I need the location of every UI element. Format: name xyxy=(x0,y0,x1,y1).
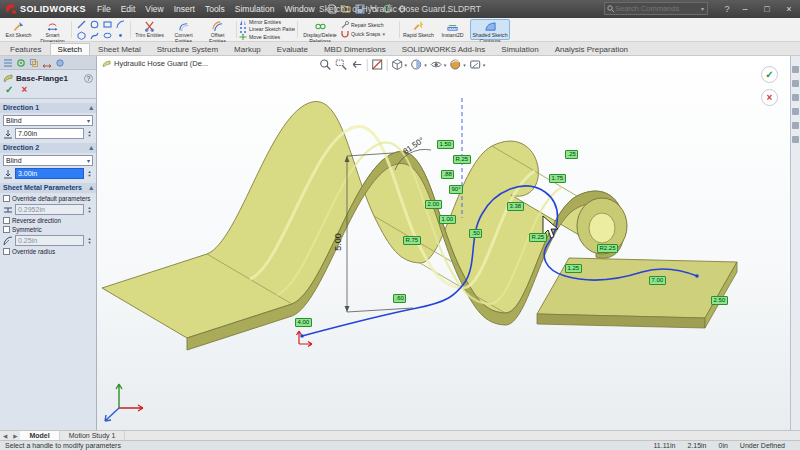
dimension-tag[interactable]: 4.00 xyxy=(295,318,312,327)
direction1-end-condition-select[interactable]: Blind▾ xyxy=(3,115,93,126)
dimension-tag[interactable]: R.75 xyxy=(403,236,421,245)
circle-tool-button[interactable] xyxy=(88,19,101,30)
dimension-tag[interactable]: .25 xyxy=(565,150,578,159)
mirror-entities-button[interactable]: Mirror Entities xyxy=(239,19,295,25)
tab-mbd-dimensions[interactable]: MBD Dimensions xyxy=(316,43,394,55)
view-palette-icon[interactable] xyxy=(792,108,799,115)
polygon-tool-button[interactable] xyxy=(75,30,88,41)
line-tool-button[interactable] xyxy=(75,19,88,30)
help-button[interactable]: ? xyxy=(720,4,734,14)
tab-features[interactable]: Features xyxy=(2,43,50,55)
arc-tool-button[interactable] xyxy=(114,19,127,30)
maximize-button[interactable]: □ xyxy=(756,0,778,18)
search-chevron-icon[interactable]: ▾ xyxy=(700,5,705,12)
override-default-parameters-checkbox[interactable] xyxy=(3,195,10,202)
direction2-depth-field[interactable]: 3.00in xyxy=(15,168,84,179)
search-commands-box[interactable]: ▾ xyxy=(604,2,708,15)
dimension-tag[interactable]: R.25 xyxy=(529,233,547,242)
depth-spinner[interactable]: ▲▼ xyxy=(86,130,93,138)
tab-scroll-left[interactable]: ◀ xyxy=(0,433,10,439)
section-view-button[interactable] xyxy=(371,58,384,71)
bend-radius-field[interactable]: 0.25in xyxy=(15,235,84,246)
rapid-sketch-button[interactable]: Rapid Sketch xyxy=(402,19,435,40)
tab-markup[interactable]: Markup xyxy=(226,43,269,55)
custom-properties-icon[interactable] xyxy=(792,136,799,143)
graphics-viewport[interactable]: 5.00 81.50° Hydraulic Hose Guard (De... xyxy=(97,56,790,430)
help-icon[interactable]: ? xyxy=(84,74,93,83)
zoom-fit-button[interactable] xyxy=(319,58,332,71)
pm-cancel-button[interactable]: × xyxy=(21,84,27,95)
tab-scroll-right[interactable]: ▶ xyxy=(10,433,20,439)
dimension-tag[interactable]: R.25 xyxy=(453,155,471,164)
move-entities-button[interactable]: Move Entities xyxy=(239,34,295,40)
vertical-dimension-value[interactable]: 5.00 xyxy=(333,233,343,251)
depth-spinner[interactable]: ▲▼ xyxy=(86,170,93,178)
search-input[interactable] xyxy=(615,4,700,13)
minimize-button[interactable]: – xyxy=(734,0,756,18)
dimension-tag[interactable]: .50 xyxy=(469,229,482,238)
tab-simulation[interactable]: Simulation xyxy=(493,43,546,55)
direction1-depth-field[interactable]: 7.00in xyxy=(15,128,84,139)
tab-sheet-metal[interactable]: Sheet Metal xyxy=(90,43,149,55)
design-library-icon[interactable] xyxy=(792,80,799,87)
configurationmanager-tab-icon[interactable] xyxy=(29,58,39,68)
dimension-tag[interactable]: 7.00 xyxy=(649,276,666,285)
dimension-tag[interactable]: 1.25 xyxy=(565,264,582,273)
appearances-icon[interactable] xyxy=(792,122,799,129)
convert-entities-button[interactable]: Convert Entities xyxy=(167,19,200,40)
propertymanager-tab-icon[interactable] xyxy=(16,58,26,68)
displaymanager-tab-icon[interactable] xyxy=(55,58,65,68)
linear-sketch-pattern-button[interactable]: Linear Sketch Pattern xyxy=(239,26,295,32)
direction2-end-condition-select[interactable]: Blind▾ xyxy=(3,155,93,166)
angle-dimension-value[interactable]: 81.50° xyxy=(401,136,425,156)
dimension-tag[interactable]: .60 xyxy=(393,294,406,303)
exit-sketch-button[interactable]: Exit Sketch xyxy=(2,19,35,40)
menu-window[interactable]: Window xyxy=(279,0,319,18)
tab-evaluate[interactable]: Evaluate xyxy=(269,43,316,55)
display-delete-relations-button[interactable]: Display/Delete Relations xyxy=(300,19,340,40)
point-tool-button[interactable] xyxy=(114,30,127,41)
zoom-area-button[interactable] xyxy=(335,58,348,71)
edit-appearance-button[interactable]: ▾ xyxy=(449,58,466,71)
dimension-tag[interactable]: 2.50 xyxy=(711,296,728,305)
model-tab[interactable]: Model xyxy=(20,431,59,440)
menu-edit[interactable]: Edit xyxy=(116,0,141,18)
menu-simulation[interactable]: Simulation xyxy=(230,0,280,18)
dimension-tag[interactable]: 90° xyxy=(449,185,463,194)
quick-snaps-button[interactable]: Quick Snaps ▾ xyxy=(341,30,397,38)
thickness-field[interactable]: 0.2952in xyxy=(15,204,84,215)
dimension-tag[interactable]: 1.75 xyxy=(549,174,566,183)
repair-sketch-button[interactable]: Repair Sketch xyxy=(341,21,397,29)
task-pane-home-icon[interactable] xyxy=(792,66,799,73)
featuremanager-tab-icon[interactable] xyxy=(3,58,13,68)
menu-tools[interactable]: Tools xyxy=(200,0,230,18)
dimension-tag[interactable]: .88 xyxy=(441,170,454,179)
radius-spinner[interactable]: ▲▼ xyxy=(86,237,93,245)
display-style-button[interactable]: ▾ xyxy=(410,58,427,71)
previous-view-button[interactable] xyxy=(351,58,364,71)
smart-dimension-button[interactable]: Smart Dimension xyxy=(36,19,69,40)
reverse-direction-checkbox[interactable] xyxy=(3,217,10,224)
breadcrumb[interactable]: Hydraulic Hose Guard (De... xyxy=(102,59,208,68)
view-orientation-button[interactable]: ▾ xyxy=(391,58,408,71)
tab-analysis-preparation[interactable]: Analysis Preparation xyxy=(547,43,636,55)
confirm-cancel-button[interactable]: × xyxy=(761,89,778,106)
motion-study-tab[interactable]: Motion Study 1 xyxy=(60,431,126,440)
sheet-metal-parameters-header[interactable]: Sheet Metal Parameters▴ xyxy=(0,183,96,193)
instant2d-button[interactable]: Instant2D xyxy=(436,19,469,40)
dimxpertmanager-tab-icon[interactable] xyxy=(42,58,52,68)
close-button[interactable]: × xyxy=(778,0,800,18)
trim-entities-button[interactable]: Trim Entities xyxy=(133,19,166,40)
shaded-sketch-contours-button[interactable]: Shaded Sketch Contours xyxy=(470,19,510,40)
menu-file[interactable]: File xyxy=(92,0,116,18)
menu-view[interactable]: View xyxy=(140,0,168,18)
dimension-tag[interactable]: 2.00 xyxy=(425,200,442,209)
dimension-tag[interactable]: 3.38 xyxy=(507,202,524,211)
hide-show-items-button[interactable]: ▾ xyxy=(430,58,447,71)
menu-insert[interactable]: Insert xyxy=(169,0,200,18)
ellipse-tool-button[interactable] xyxy=(101,30,114,41)
spline-tool-button[interactable] xyxy=(88,30,101,41)
file-explorer-icon[interactable] xyxy=(792,94,799,101)
direction2-section-header[interactable]: Direction 2▴ xyxy=(0,143,96,153)
confirm-ok-button[interactable]: ✓ xyxy=(761,66,778,83)
